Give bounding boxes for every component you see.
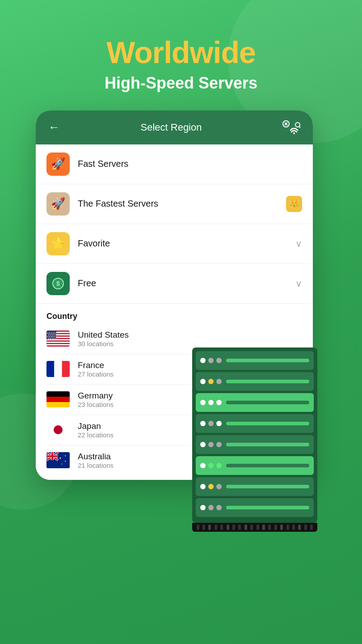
server-dot — [216, 379, 222, 384]
flag-de — [46, 391, 70, 407]
rocket-tan-icon: 🚀 — [51, 197, 65, 211]
server-dot — [200, 463, 206, 468]
base-stripe — [268, 525, 271, 530]
server-dot — [216, 400, 222, 405]
server-dot — [200, 358, 206, 363]
fast-servers-label: Fast Servers — [78, 159, 302, 169]
menu-list: 🚀 Fast Servers 🚀 The Fastest Servers 👑 ⭐ — [36, 144, 313, 304]
svg-point-27 — [54, 425, 63, 434]
star-icon: ⭐ — [51, 237, 65, 250]
base-stripe — [208, 525, 211, 530]
server-bar — [226, 359, 309, 362]
server-dot — [216, 421, 222, 426]
server-dot — [208, 505, 214, 510]
wifi-search-icon[interactable] — [282, 120, 300, 135]
flag-fr — [46, 361, 70, 377]
country-section-label: Country — [46, 312, 302, 321]
server-rack-base — [192, 523, 317, 532]
svg-rect-25 — [46, 402, 70, 407]
server-rack-illustration — [192, 347, 322, 532]
server-dot — [208, 463, 214, 468]
us-country-name: United States — [78, 330, 302, 340]
svg-rect-23 — [46, 391, 70, 397]
base-stripe — [286, 525, 289, 530]
server-row-7 — [196, 477, 314, 496]
free-label: Free — [78, 278, 295, 288]
svg-rect-13 — [46, 342, 70, 343]
svg-rect-21 — [54, 361, 62, 377]
server-bar — [226, 506, 309, 509]
base-stripe — [280, 525, 283, 530]
menu-item-fast-servers[interactable]: 🚀 Fast Servers — [36, 144, 313, 184]
us-country-info: United States 30 locations — [78, 330, 302, 347]
svg-rect-14 — [46, 344, 70, 346]
server-dot — [200, 484, 206, 489]
base-stripe — [257, 525, 259, 530]
svg-text:✦: ✦ — [64, 460, 66, 462]
base-stripe — [292, 525, 295, 530]
free-chevron-icon: ∨ — [295, 278, 302, 289]
server-bar — [226, 422, 309, 425]
base-stripe — [227, 525, 229, 530]
favorite-chevron-icon: ∨ — [295, 238, 302, 249]
base-stripe — [304, 525, 307, 530]
server-dot — [200, 505, 206, 510]
server-dot — [200, 400, 206, 405]
free-icon-box: $ — [46, 272, 70, 295]
server-row-1 — [196, 351, 314, 370]
server-dot — [200, 442, 206, 447]
rocket-icon: 🚀 — [51, 157, 65, 171]
svg-rect-24 — [46, 397, 70, 402]
server-bar — [226, 443, 309, 446]
svg-rect-36 — [46, 455, 58, 457]
crown-badge: 👑 — [286, 196, 302, 212]
base-stripe — [262, 525, 265, 530]
fastest-servers-icon-box: 🚀 — [46, 192, 70, 216]
base-stripe — [244, 525, 247, 530]
server-dot — [216, 463, 222, 468]
server-row-4 — [196, 414, 314, 433]
svg-text:$: $ — [56, 280, 60, 287]
svg-text:✦: ✦ — [59, 457, 62, 460]
back-button[interactable]: ← — [48, 120, 60, 134]
server-row-3 — [196, 393, 314, 412]
server-bar — [226, 380, 309, 383]
server-dot — [200, 379, 206, 384]
server-bar — [226, 464, 309, 467]
menu-item-fastest-servers[interactable]: 🚀 The Fastest Servers 👑 — [36, 184, 313, 224]
base-stripe — [197, 525, 199, 530]
crown-icon: 👑 — [289, 199, 299, 209]
flag-au: ✦ ✦ ✦ ✦ — [46, 452, 70, 468]
server-dot — [208, 442, 214, 447]
svg-text:✦: ✦ — [64, 454, 66, 457]
server-row-5 — [196, 435, 314, 454]
phone-header: ← Select Region — [36, 110, 313, 144]
server-row-8 — [196, 498, 314, 517]
server-row-6 — [196, 456, 314, 475]
navbar-title: Select Region — [141, 122, 202, 133]
favorite-icon-box: ⭐ — [46, 232, 70, 255]
server-dot — [208, 358, 214, 363]
header-section: Worldwide High-Speed Servers — [0, 0, 362, 110]
svg-line-5 — [299, 127, 300, 128]
flag-jp — [46, 422, 70, 438]
svg-text:★★★★★: ★★★★★ — [48, 337, 57, 339]
server-dot — [216, 505, 222, 510]
base-stripe — [310, 525, 313, 530]
server-bar — [226, 401, 309, 404]
us-country-locations: 30 locations — [78, 340, 302, 347]
svg-rect-22 — [62, 361, 70, 377]
server-dot — [208, 421, 214, 426]
base-stripe — [238, 525, 241, 530]
base-stripe — [232, 525, 235, 530]
server-dot — [216, 484, 222, 489]
server-dot — [216, 358, 222, 363]
server-rack-body — [192, 347, 317, 523]
base-stripe — [298, 525, 301, 530]
fast-servers-icon-box: 🚀 — [46, 153, 70, 176]
svg-point-3 — [293, 132, 295, 134]
menu-item-favorite[interactable]: ⭐ Favorite ∨ — [36, 224, 313, 264]
base-stripe — [202, 525, 205, 530]
menu-item-free[interactable]: $ Free ∨ — [36, 264, 313, 304]
favorite-label: Favorite — [78, 238, 295, 249]
